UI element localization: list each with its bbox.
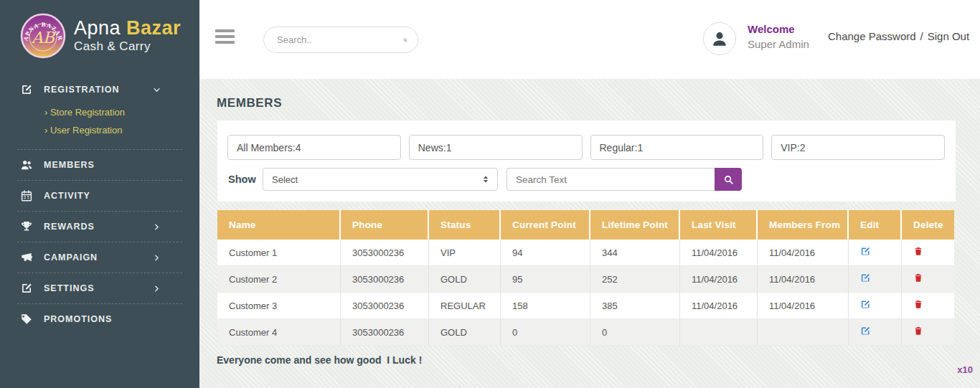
welcome-username: Super Admin <box>748 38 809 50</box>
filters-panel: All Members:4 News:1 Regular:1 VIP:2 Sho… <box>217 120 956 202</box>
cell-phone: 3053000236 <box>341 319 429 346</box>
stat-news: News:1 <box>409 135 583 160</box>
sidebar-item-label: CAMPAIGN <box>44 252 98 262</box>
delete-button[interactable] <box>913 299 923 310</box>
cell-members-from: 11/04/2016 <box>758 293 849 319</box>
cell-lifetime-point: 344 <box>590 240 680 266</box>
sidebar-item-members[interactable]: MEMBERS <box>0 151 199 179</box>
cell-status: REGULAR <box>429 293 501 319</box>
page-title: MEMBERS <box>217 96 282 110</box>
registration-subnav: Store Registration User Registration <box>0 103 199 148</box>
edit-icon <box>860 326 871 336</box>
sidebar-item-label: MEMBERS <box>44 160 95 170</box>
edit-button[interactable] <box>860 273 871 283</box>
hamburger-menu-icon[interactable] <box>215 29 235 47</box>
trash-icon <box>913 299 923 310</box>
cell-members-from <box>758 319 849 346</box>
user-avatar[interactable] <box>703 22 736 55</box>
brand-name-first: Apna <box>74 17 126 39</box>
delete-button[interactable] <box>913 246 923 257</box>
account-links: Change Password/Sign Out <box>828 30 969 42</box>
edit-icon <box>860 246 871 257</box>
cell-last-visit <box>680 319 758 346</box>
badge-initials: AB <box>31 29 56 47</box>
sidebar-item-rewards[interactable]: REWARDS <box>0 213 199 240</box>
edit-icon <box>860 299 871 310</box>
col-header-members-from: Members From <box>758 210 849 240</box>
cell-status: GOLD <box>429 266 501 293</box>
member-search-button[interactable] <box>715 168 742 191</box>
brand-name: Apna Bazar <box>74 18 181 38</box>
show-select[interactable]: Select <box>263 168 498 191</box>
pencil-square-icon <box>20 282 33 295</box>
divider <box>17 180 182 181</box>
brand-logo[interactable]: APNA BAZAR AB Apna Bazar Cash & Carry <box>0 0 199 69</box>
edit-button[interactable] <box>860 326 871 336</box>
stat-regular: Regular:1 <box>590 135 764 160</box>
sidebar-item-label: SETTINGS <box>44 283 95 293</box>
delete-button[interactable] <box>913 273 923 283</box>
search-icon[interactable] <box>403 34 407 46</box>
sign-out-link[interactable]: Sign Out <box>928 30 969 42</box>
person-icon <box>710 29 729 48</box>
cell-status: VIP <box>429 240 501 266</box>
divider <box>17 149 182 150</box>
col-header-phone: Phone <box>341 210 429 240</box>
sidebar-item-campaign[interactable]: CAMPAIGN <box>0 244 199 271</box>
sidebar-item-promotions[interactable]: PROMOTIONS <box>0 306 199 333</box>
cell-last-visit: 11/04/2016 <box>680 293 758 319</box>
member-search-input[interactable] <box>507 168 715 191</box>
chevron-right-icon <box>153 254 161 262</box>
cell-phone: 3053000236 <box>341 240 429 266</box>
pencil-square-icon <box>20 83 33 96</box>
stat-all-members: All Members:4 <box>227 135 401 160</box>
sidebar-item-registration[interactable]: REGISTRATION <box>0 76 199 103</box>
sidebar-item-settings[interactable]: SETTINGS <box>0 275 199 302</box>
welcome-label: Welcome <box>748 23 809 35</box>
trash-icon <box>913 273 923 283</box>
cell-current-point: 94 <box>501 240 590 266</box>
sidebar-item-label: ACTIVITY <box>44 191 90 201</box>
cell-name: Customer 4 <box>217 319 341 346</box>
topbar-search <box>263 27 418 53</box>
tag-icon <box>20 313 33 326</box>
sidebar-item-user-registration[interactable]: User Registration <box>44 121 199 139</box>
table-row: Customer 1 3053000236 VIP 94 344 11/04/2… <box>217 240 954 266</box>
users-icon <box>20 158 33 171</box>
change-password-link[interactable]: Change Password <box>828 30 916 42</box>
cell-current-point: 158 <box>501 293 590 319</box>
sidebar-item-store-registration[interactable]: Store Registration <box>44 103 199 121</box>
cell-lifetime-point: 0 <box>590 319 680 346</box>
edit-icon <box>860 273 871 283</box>
divider <box>17 273 182 273</box>
cell-last-visit: 11/04/2016 <box>680 266 758 293</box>
chevron-down-icon <box>153 86 161 94</box>
cell-current-point: 0 <box>501 319 590 346</box>
col-header-delete: Delete <box>902 210 954 240</box>
edit-button[interactable] <box>860 246 871 257</box>
show-select-value: Select <box>272 174 298 185</box>
topbar-search-input[interactable] <box>277 34 403 45</box>
sidebar-item-activity[interactable]: ACTIVITY <box>0 182 199 209</box>
cell-lifetime-point: 252 <box>590 266 680 293</box>
table-row: Customer 3 3053000236 REGULAR 158 385 11… <box>217 293 954 319</box>
show-filter-row: Show Select <box>217 160 956 191</box>
bullhorn-icon <box>20 251 33 264</box>
col-header-status: Status <box>429 210 501 240</box>
member-search-group <box>507 168 742 191</box>
brand-name-accent: Bazar <box>126 17 181 39</box>
edit-button[interactable] <box>860 299 871 310</box>
sidebar-item-label: PROMOTIONS <box>44 314 112 324</box>
welcome-block: Welcome Super Admin <box>748 23 809 50</box>
delete-button[interactable] <box>913 326 923 336</box>
zoom-indicator: x10 <box>957 364 973 375</box>
col-header-name: Name <box>217 210 341 240</box>
cell-name: Customer 2 <box>217 266 341 293</box>
sidebar: APNA BAZAR AB Apna Bazar Cash & Carry RE… <box>0 0 199 388</box>
cell-name: Customer 3 <box>217 293 341 319</box>
topbar: Welcome Super Admin Change Password/Sign… <box>199 0 980 79</box>
chevron-right-icon <box>153 285 161 293</box>
search-icon <box>723 174 734 185</box>
col-header-last-visit: Last Visit <box>680 210 758 240</box>
sidebar-item-label: REWARDS <box>44 222 95 232</box>
